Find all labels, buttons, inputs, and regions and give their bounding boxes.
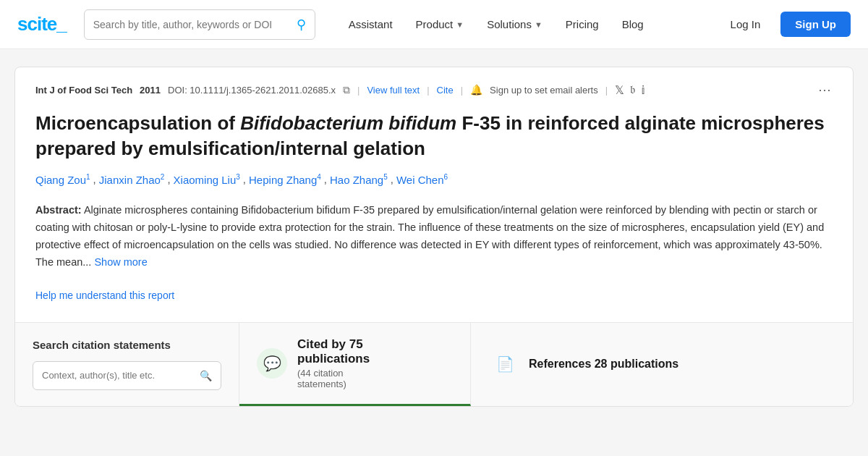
bell-icon: 🔔 — [470, 84, 482, 96]
search-citations-label: Search citation statements — [33, 339, 221, 351]
citation-search-input[interactable] — [42, 370, 200, 381]
login-button[interactable]: Log In — [719, 12, 773, 36]
abstract-label: Abstract: — [35, 204, 82, 216]
doi-text: DOI: 10.1111/j.1365-2621.2011.02685.x — [168, 85, 336, 96]
signup-button[interactable]: Sign Up — [780, 12, 851, 37]
search-icon: 🔍 — [200, 370, 212, 381]
show-more-link[interactable]: Show more — [94, 256, 147, 268]
cited-by-label: Cited by 75 publications — [297, 337, 370, 366]
author-3[interactable]: Xiaoming Liu3 — [174, 173, 240, 186]
nav-links: Assistant Product ▼ Solutions ▼ Pricing … — [339, 12, 719, 36]
separator: | — [427, 85, 429, 96]
help-link-container: Help me understand this report — [15, 283, 853, 322]
twitter-icon[interactable]: 𝕏 — [615, 83, 624, 97]
cited-by-icon: 💬 — [257, 348, 287, 379]
more-options-button[interactable]: ⋯ — [818, 82, 833, 98]
tab-references[interactable]: 📄 References 28 publications — [471, 323, 699, 406]
tab-cited-content: Cited by 75 publications (44 citation st… — [297, 337, 370, 389]
citation-search-bar[interactable]: 🔍 — [33, 361, 221, 390]
copy-icon[interactable]: ⧉ — [343, 84, 350, 96]
cite-link[interactable]: Cite — [437, 85, 454, 96]
nav-product[interactable]: Product ▼ — [406, 12, 475, 36]
facebook-icon[interactable]: 𝔟 — [630, 83, 635, 96]
logo-text: scite_ — [17, 13, 67, 35]
separator: | — [357, 85, 359, 96]
nav-blog[interactable]: Blog — [612, 12, 654, 36]
nav-pricing[interactable]: Pricing — [556, 12, 609, 36]
help-link[interactable]: Help me understand this report — [35, 290, 174, 301]
separator: | — [461, 85, 463, 96]
left-panel: Search citation statements 🔍 — [15, 323, 239, 406]
nav-assistant[interactable]: Assistant — [339, 12, 403, 36]
chevron-down-icon: ▼ — [456, 20, 464, 29]
article-title: Microencapsulation of Bifidobacterium bi… — [15, 98, 853, 169]
search-icon: ⚲ — [297, 17, 306, 33]
article-meta: Int J of Food Sci Tech 2011 DOI: 10.1111… — [15, 67, 853, 98]
tab-cited-by[interactable]: 💬 Cited by 75 publications (44 citation … — [239, 323, 471, 406]
publication-year: 2011 — [140, 85, 161, 96]
nav-actions: Log In Sign Up — [719, 12, 851, 37]
separator: | — [605, 85, 608, 96]
linkedin-icon[interactable]: 𝕚 — [641, 83, 645, 97]
author-6[interactable]: Wei Chen6 — [396, 173, 448, 186]
search-bar[interactable]: ⚲ — [84, 9, 315, 40]
alert-text: Sign up to set email alerts — [490, 85, 598, 96]
bottom-section: Search citation statements 🔍 💬 Cited by … — [15, 323, 853, 406]
article-card: Int J of Food Sci Tech 2011 DOI: 10.1111… — [14, 67, 854, 407]
abstract-text: Alginate microspheres containing Bifidob… — [35, 204, 824, 268]
abstract: Abstract: Alginate microspheres containi… — [15, 196, 853, 283]
author-1[interactable]: Qiang Zou1 — [35, 173, 90, 186]
authors-list: Qiang Zou1, Jianxin Zhao2, Xiaoming Liu3… — [15, 169, 853, 196]
references-label: References 28 publications — [529, 358, 678, 371]
navbar: scite_ ⚲ Assistant Product ▼ Solutions ▼… — [0, 0, 868, 49]
view-full-text-link[interactable]: View full text — [367, 85, 420, 96]
author-4[interactable]: Heping Zhang4 — [249, 173, 321, 186]
citation-statements-label: (44 citation statements) — [297, 368, 370, 389]
references-icon: 📄 — [491, 350, 519, 378]
search-input[interactable] — [93, 19, 292, 30]
right-panel: 💬 Cited by 75 publications (44 citation … — [239, 323, 853, 406]
meta-left: Int J of Food Sci Tech 2011 DOI: 10.1111… — [35, 83, 645, 97]
chevron-down-icon: ▼ — [535, 20, 542, 29]
author-2[interactable]: Jianxin Zhao2 — [99, 173, 165, 186]
author-5[interactable]: Hao Zhang5 — [330, 173, 388, 186]
journal-name: Int J of Food Sci Tech — [35, 85, 132, 96]
logo[interactable]: scite_ — [17, 13, 67, 35]
nav-solutions[interactable]: Solutions ▼ — [477, 12, 553, 36]
social-icons: 𝕏 𝔟 𝕚 — [615, 83, 645, 97]
